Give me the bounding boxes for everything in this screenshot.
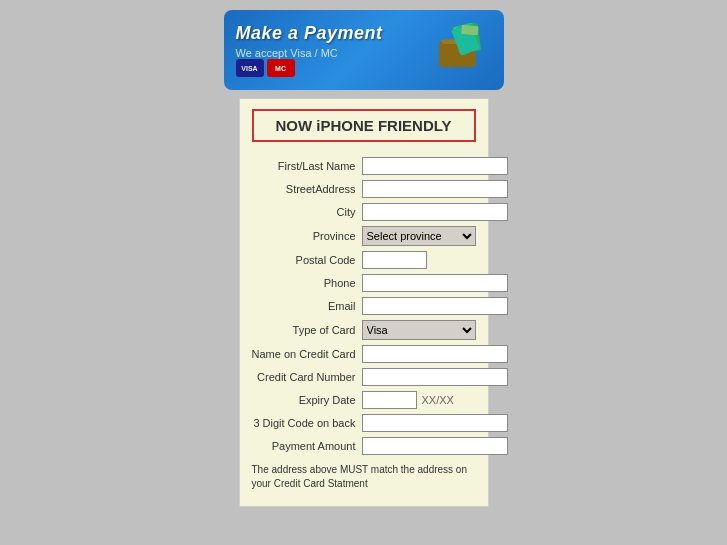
digit-code-row: 3 Digit Code on back xyxy=(252,414,476,432)
header-text-block: Make a Payment We accept Visa / MC VISA … xyxy=(236,23,383,77)
visa-badge: VISA xyxy=(236,59,264,77)
credit-card-number-input[interactable] xyxy=(362,368,508,386)
payment-amount-row: Payment Amount xyxy=(252,437,476,455)
type-of-card-select[interactable]: Visa Mastercard xyxy=(362,320,476,340)
province-select[interactable]: Select province Alberta British Columbia… xyxy=(362,226,476,246)
street-address-input[interactable] xyxy=(362,180,508,198)
expiry-placeholder: XX/XX xyxy=(422,394,454,406)
expiry-date-input[interactable] xyxy=(362,391,417,409)
province-row: Province Select province Alberta British… xyxy=(252,226,476,246)
email-row: Email xyxy=(252,297,476,315)
first-last-input[interactable] xyxy=(362,157,508,175)
first-last-row: First/Last Name xyxy=(252,157,476,175)
credit-card-number-label: Credit Card Number xyxy=(252,370,362,384)
city-row: City xyxy=(252,203,476,221)
street-address-row: StreetAddress xyxy=(252,180,476,198)
email-label: Email xyxy=(252,299,362,313)
email-input[interactable] xyxy=(362,297,508,315)
header-banner: Make a Payment We accept Visa / MC VISA … xyxy=(224,10,504,90)
expiry-date-row: Expiry Date XX/XX xyxy=(252,391,476,409)
expiry-date-label: Expiry Date xyxy=(252,393,362,407)
payment-amount-label: Payment Amount xyxy=(252,439,362,453)
name-on-credit-card-label: Name on Credit Card xyxy=(252,347,362,361)
name-on-credit-card-input[interactable] xyxy=(362,345,508,363)
postal-code-input[interactable] xyxy=(362,251,427,269)
phone-label: Phone xyxy=(252,276,362,290)
name-on-credit-card-row: Name on Credit Card xyxy=(252,345,476,363)
first-last-label: First/Last Name xyxy=(252,159,362,173)
payment-amount-input[interactable] xyxy=(362,437,508,455)
postal-code-label: Postal Code xyxy=(252,253,362,267)
city-input[interactable] xyxy=(362,203,508,221)
digit-code-label: 3 Digit Code on back xyxy=(252,416,362,430)
header-subtitle: We accept Visa / MC xyxy=(236,47,383,59)
header-title: Make a Payment xyxy=(236,23,383,44)
footer-text: The address above MUST match the address… xyxy=(252,463,476,491)
mc-badge: MC xyxy=(267,59,295,77)
postal-code-row: Postal Code xyxy=(252,251,476,269)
digit-code-input[interactable] xyxy=(362,414,508,432)
phone-row: Phone xyxy=(252,274,476,292)
type-of-card-label: Type of Card xyxy=(252,323,362,337)
svg-rect-5 xyxy=(461,24,478,35)
city-label: City xyxy=(252,205,362,219)
form-title: NOW iPHONE FRIENDLY xyxy=(252,109,476,142)
credit-card-number-row: Credit Card Number xyxy=(252,368,476,386)
wallet-icon xyxy=(432,23,492,78)
province-label: Province xyxy=(252,229,362,243)
type-of-card-row: Type of Card Visa Mastercard xyxy=(252,320,476,340)
street-address-label: StreetAddress xyxy=(252,182,362,196)
form-container: NOW iPHONE FRIENDLY First/Last Name Stre… xyxy=(239,98,489,507)
phone-input[interactable] xyxy=(362,274,508,292)
cc-badges: VISA MC xyxy=(236,59,383,77)
